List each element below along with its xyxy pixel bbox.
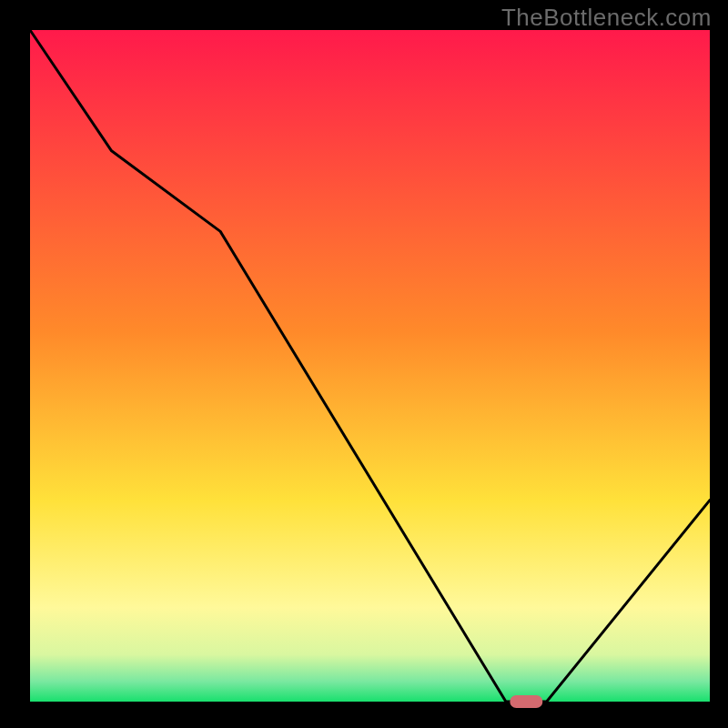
watermark-text: TheBottleneck.com [501,4,712,32]
bottleneck-chart [0,0,728,728]
plot-area [30,30,710,702]
optimal-marker [510,695,542,708]
